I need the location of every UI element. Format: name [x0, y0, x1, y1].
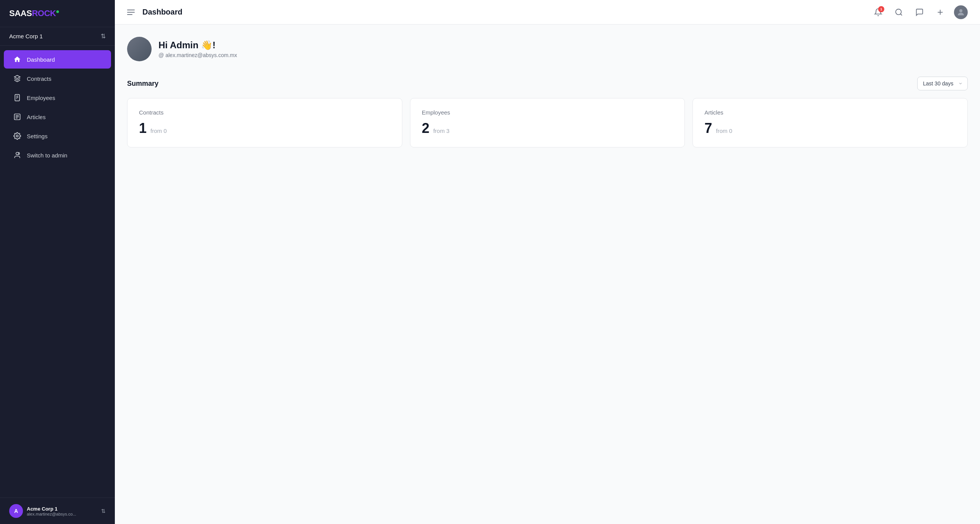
welcome-greeting: Hi Admin 👋! — [158, 40, 237, 51]
stat-label-employees: Employees — [422, 109, 673, 116]
sidebar-item-label-settings: Settings — [27, 133, 47, 139]
logo-area: SAASROCK — [0, 0, 115, 27]
chat-icon — [915, 8, 924, 16]
footer-user-email: alex.martinez@absys.co... — [27, 512, 76, 516]
stat-value-row-contracts: 1 from 0 — [139, 120, 390, 136]
avatar: A — [9, 504, 23, 518]
sidebar-item-dashboard[interactable]: Dashboard — [4, 50, 111, 69]
stat-from-articles: from 0 — [716, 128, 732, 134]
sidebar-item-label-articles: Articles — [27, 114, 46, 120]
plus-icon — [936, 8, 944, 16]
switch-icon — [13, 151, 21, 159]
menu-toggle-button[interactable] — [127, 10, 135, 15]
summary-header: Summary Last 7 daysLast 30 daysLast 90 d… — [127, 77, 968, 90]
stat-value-contracts: 1 — [139, 120, 147, 136]
sidebar-item-contracts[interactable]: Contracts — [4, 69, 111, 88]
sidebar-nav: Dashboard Contracts — [0, 46, 115, 498]
welcome-avatar — [127, 37, 152, 61]
topbar: Dashboard 1 — [115, 0, 980, 25]
avatar-letter: A — [14, 508, 18, 514]
svg-point-10 — [896, 9, 902, 15]
date-filter-select[interactable]: Last 7 daysLast 30 daysLast 90 daysLast … — [917, 77, 968, 90]
content-area: Hi Admin 👋! @ alex.martinez@absys.com.mx… — [115, 25, 980, 524]
notifications-button[interactable]: 1 — [871, 5, 885, 19]
footer-user-name: Acme Corp 1 — [27, 506, 76, 512]
home-icon — [13, 55, 21, 64]
stat-card-articles: Articles 7 from 0 — [693, 98, 968, 147]
stat-card-contracts: Contracts 1 from 0 — [127, 98, 402, 147]
stat-value-employees: 2 — [422, 120, 430, 136]
add-button[interactable] — [933, 5, 947, 19]
sidebar: SAASROCK Acme Corp 1 ⇅ Dashboard — [0, 0, 115, 524]
articles-icon — [13, 113, 21, 121]
contracts-icon — [13, 74, 21, 83]
sidebar-item-articles[interactable]: Articles — [4, 108, 111, 126]
welcome-email: @ alex.martinez@absys.com.mx — [158, 52, 237, 58]
svg-point-13 — [959, 9, 962, 12]
user-avatar-button[interactable] — [954, 5, 968, 19]
page-title: Dashboard — [142, 8, 182, 16]
tenant-name: Acme Corp 1 — [9, 33, 43, 39]
topbar-left: Dashboard — [127, 8, 182, 16]
main-content: Dashboard 1 — [115, 0, 980, 524]
sidebar-footer[interactable]: A Acme Corp 1 alex.martinez@absys.co... … — [0, 498, 115, 524]
stat-card-employees: Employees 2 from 3 — [410, 98, 685, 147]
stat-from-contracts: from 0 — [150, 128, 167, 134]
sidebar-item-switch-admin[interactable]: Switch to admin — [4, 146, 111, 164]
sidebar-item-label-employees: Employees — [27, 95, 55, 101]
welcome-text: Hi Admin 👋! @ alex.martinez@absys.com.mx — [158, 40, 237, 58]
stat-label-articles: Articles — [704, 109, 956, 116]
footer-user-info: Acme Corp 1 alex.martinez@absys.co... — [27, 506, 76, 516]
svg-point-9 — [16, 152, 19, 155]
tenant-selector[interactable]: Acme Corp 1 ⇅ — [0, 27, 115, 46]
stat-from-employees: from 3 — [433, 128, 450, 134]
search-icon — [895, 8, 903, 16]
settings-icon — [13, 132, 21, 140]
logo-dot — [56, 10, 59, 13]
at-symbol: @ — [158, 52, 164, 58]
stat-value-row-employees: 2 from 3 — [422, 120, 673, 136]
topbar-right: 1 — [871, 5, 968, 19]
stat-value-articles: 7 — [704, 120, 712, 136]
stat-value-row-articles: 7 from 0 — [704, 120, 956, 136]
app-logo: SAASROCK — [9, 8, 106, 18]
employees-icon — [13, 93, 21, 102]
svg-point-8 — [16, 135, 18, 137]
sidebar-item-settings[interactable]: Settings — [4, 127, 111, 145]
footer-user: A Acme Corp 1 alex.martinez@absys.co... — [9, 504, 76, 518]
sidebar-item-label-dashboard: Dashboard — [27, 56, 55, 63]
tenant-chevron-icon: ⇅ — [101, 33, 106, 40]
sidebar-item-label-switch-admin: Switch to admin — [27, 152, 67, 159]
notification-badge: 1 — [878, 6, 884, 12]
welcome-email-address: alex.martinez@absys.com.mx — [165, 52, 237, 58]
welcome-section: Hi Admin 👋! @ alex.martinez@absys.com.mx — [127, 37, 968, 61]
footer-chevron-icon: ⇅ — [101, 508, 106, 514]
sidebar-item-employees[interactable]: Employees — [4, 88, 111, 107]
chat-button[interactable] — [913, 5, 926, 19]
summary-title: Summary — [127, 80, 158, 88]
logo-rock: ROCK — [32, 8, 56, 18]
search-button[interactable] — [892, 5, 906, 19]
sidebar-item-label-contracts: Contracts — [27, 75, 51, 82]
user-icon — [956, 8, 965, 17]
stat-label-contracts: Contracts — [139, 109, 390, 116]
welcome-avatar-image — [127, 37, 152, 61]
stats-grid: Contracts 1 from 0 Employees 2 from 3 Ar… — [127, 98, 968, 147]
